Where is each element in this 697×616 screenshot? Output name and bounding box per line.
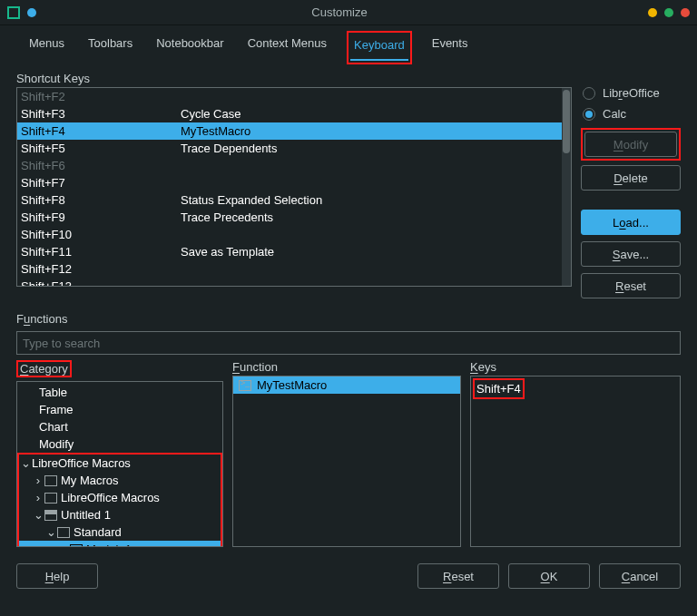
shortcut-row[interactable]: Shift+F7	[17, 174, 562, 191]
shortcut-function: Status Expanded Selection	[181, 191, 562, 209]
tab-events[interactable]: Events	[428, 31, 472, 64]
scope-libreoffice-radio[interactable]: LibreOffice	[581, 86, 681, 100]
shortcut-row[interactable]: Shift+F4MyTestMacro	[17, 122, 562, 140]
reset-bottom-button[interactable]: Reset	[417, 563, 499, 589]
chevron-right-icon: ›	[32, 472, 44, 489]
shortcut-row[interactable]: Shift+F12	[17, 260, 562, 278]
scope-calc-radio[interactable]: Calc	[581, 107, 681, 121]
ok-button[interactable]: OK	[508, 563, 590, 589]
shortcut-row[interactable]: Shift+F13	[17, 278, 562, 286]
load-button[interactable]: Load...	[581, 210, 681, 235]
shortcut-key: Shift+F10	[21, 226, 181, 243]
shortcut-keys-label: Shortcut Keys	[16, 72, 572, 85]
save-button[interactable]: Save...	[581, 241, 681, 267]
radio-label: LibreOffice	[603, 86, 660, 100]
shortcut-function: Save as Template	[181, 243, 562, 260]
shortcut-function	[181, 157, 562, 174]
shortcut-row[interactable]: Shift+F8Status Expanded Selection	[17, 191, 562, 209]
shortcut-key: Shift+F9	[21, 209, 181, 226]
tree-label: Standard	[74, 523, 122, 541]
maximize-icon[interactable]	[664, 8, 673, 17]
shortcut-keys-list[interactable]: Shift+F2Shift+F3Cycle CaseShift+F4MyTest…	[16, 87, 572, 287]
shortcut-key: Shift+F11	[21, 243, 181, 260]
function-item[interactable]: MyTestMacro	[233, 376, 460, 394]
shortcut-function: MyTestMacro	[181, 122, 562, 140]
keys-label: Keys	[470, 360, 681, 374]
shortcut-function	[181, 88, 562, 105]
close-icon[interactable]	[681, 8, 690, 17]
shortcut-key: Shift+F6	[21, 157, 181, 174]
shortcut-key: Shift+F5	[21, 140, 181, 157]
chevron-down-icon: ⌄	[44, 523, 57, 541]
chevron-down-icon: ⌄	[32, 506, 44, 523]
shortcut-key: Shift+F7	[21, 174, 181, 191]
shortcut-row[interactable]: Shift+F6	[17, 157, 562, 174]
tab-keyboard[interactable]: Keyboard	[350, 33, 408, 61]
app-icon	[7, 6, 20, 19]
shortcut-row[interactable]: Shift+F10	[17, 226, 562, 243]
document-icon	[44, 510, 57, 521]
tree-row[interactable]: › My Macros	[19, 472, 221, 489]
tree-label: Untitled 1	[61, 506, 111, 523]
category-tree[interactable]: TableFrameChartModify ⌄ LibreOffice Macr…	[16, 381, 223, 547]
tab-toolbars[interactable]: Toolbars	[84, 31, 136, 64]
modify-button[interactable]: Modify	[584, 132, 677, 157]
library-icon	[57, 527, 70, 538]
delete-button[interactable]: Delete	[581, 165, 681, 191]
radio-label: Calc	[603, 107, 626, 121]
shortcut-function: Trace Dependents	[181, 140, 562, 157]
tab-context-menus[interactable]: Context Menus	[244, 31, 330, 64]
key-item[interactable]: Shift+F4	[476, 382, 521, 396]
tree-label: LibreOffice Macros	[61, 489, 160, 506]
shortcut-row[interactable]: Shift+F11Save as Template	[17, 243, 562, 260]
shortcut-key: Shift+F8	[21, 191, 181, 209]
shortcut-row[interactable]: Shift+F3Cycle Case	[17, 105, 562, 122]
function-list[interactable]: MyTestMacro	[232, 376, 461, 547]
tree-row[interactable]: ⌄ Standard	[19, 523, 221, 541]
tab-notebookbar[interactable]: Notebookbar	[152, 31, 227, 64]
shortcut-function: Cycle Case	[181, 105, 562, 122]
scrollbar[interactable]	[562, 88, 571, 286]
tree-row[interactable]: › LibreOffice Macros	[19, 489, 221, 506]
tree-row-selected[interactable]: Module1	[19, 541, 221, 547]
shortcut-row[interactable]: Shift+F9Trace Precedents	[17, 209, 562, 226]
macro-library-icon	[44, 475, 57, 486]
search-input[interactable]	[16, 331, 681, 355]
tree-row[interactable]: Modify	[17, 435, 222, 453]
menu-dot	[27, 8, 36, 17]
shortcut-key: Shift+F3	[21, 105, 181, 122]
tab-menus[interactable]: Menus	[25, 31, 68, 64]
functions-label: Functions	[16, 312, 681, 326]
macro-library-icon	[44, 493, 57, 504]
help-button[interactable]: Help	[16, 563, 98, 589]
reset-button[interactable]: Reset	[581, 273, 681, 298]
tree-row[interactable]: ⌄ LibreOffice Macros	[19, 455, 221, 472]
shortcut-key: Shift+F13	[21, 278, 181, 286]
function-label: Function	[232, 360, 461, 374]
tree-row[interactable]: Chart	[17, 418, 222, 435]
shortcut-row[interactable]: Shift+F2	[17, 88, 562, 105]
shortcut-function	[181, 278, 562, 286]
cancel-button[interactable]: Cancel	[599, 563, 681, 589]
radio-icon	[583, 87, 595, 100]
shortcut-function	[181, 260, 562, 278]
tree-label: My Macros	[61, 472, 119, 489]
shortcut-key: Shift+F2	[21, 88, 181, 105]
radio-icon	[583, 108, 595, 121]
macro-icon	[239, 380, 251, 391]
category-label: Category	[16, 360, 72, 377]
module-icon	[70, 544, 83, 548]
chevron-down-icon: ⌄	[19, 455, 32, 472]
tree-row[interactable]: Table	[17, 384, 222, 401]
tree-row[interactable]: ⌄ Untitled 1	[19, 506, 221, 523]
shortcut-function	[181, 174, 562, 191]
shortcut-row[interactable]: Shift+F5Trace Dependents	[17, 140, 562, 157]
titlebar: Customize	[0, 0, 697, 25]
minimize-icon[interactable]	[648, 8, 657, 17]
tab-bar: Menus Toolbars Notebookbar Context Menus…	[0, 25, 697, 64]
shortcut-key: Shift+F12	[21, 260, 181, 278]
tree-label: Module1	[86, 541, 132, 547]
shortcut-key: Shift+F4	[21, 122, 181, 140]
keys-list[interactable]: Shift+F4	[470, 376, 681, 547]
tree-row[interactable]: Frame	[17, 401, 222, 418]
